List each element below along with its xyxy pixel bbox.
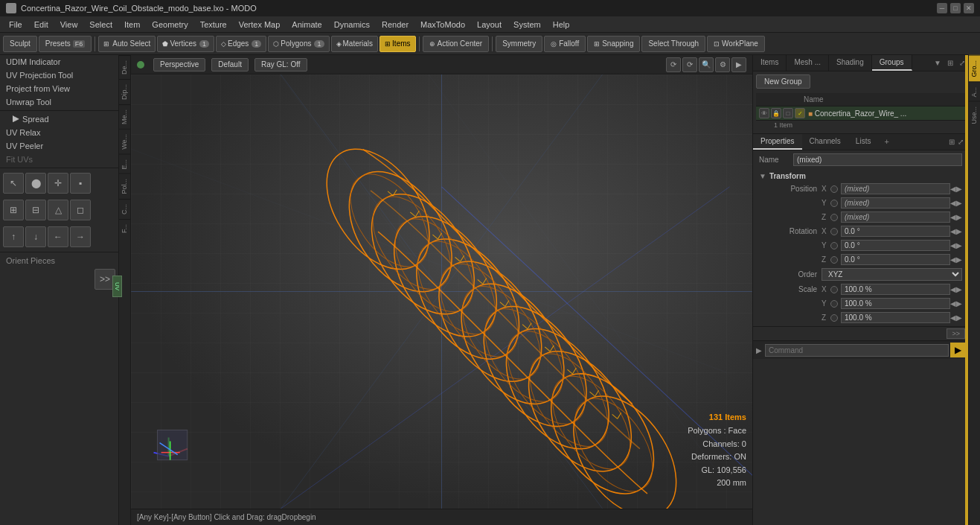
props-more-btn[interactable]: >> bbox=[947, 328, 965, 339]
icon-mountain[interactable]: △ bbox=[48, 200, 68, 220]
left-panel-item-uv-projection[interactable]: UV Projection Tool bbox=[0, 69, 118, 82]
icon-arrow-right[interactable]: → bbox=[70, 226, 91, 247]
side-tab-e[interactable]: E... bbox=[119, 154, 130, 174]
rot-y-arrow[interactable]: ◀▶ bbox=[950, 241, 962, 249]
props-position-y-input[interactable] bbox=[841, 197, 950, 209]
rside-tab-groups[interactable]: Gro... bbox=[969, 55, 980, 82]
rside-tab-a[interactable]: A... bbox=[969, 82, 980, 102]
props-position-z-input[interactable] bbox=[841, 211, 950, 223]
pos-x-arrow[interactable]: ◀▶ bbox=[950, 185, 962, 193]
groups-item-visible-icon[interactable]: ✓ bbox=[795, 108, 805, 118]
icon-cube-small[interactable]: ◻ bbox=[70, 200, 91, 220]
rp-tab-mesh[interactable]: Mesh ... bbox=[787, 55, 829, 71]
menu-geometry[interactable]: Geometry bbox=[146, 19, 193, 31]
scale-x-arrow[interactable]: ◀▶ bbox=[950, 285, 962, 293]
props-name-input[interactable] bbox=[793, 153, 962, 166]
icon-grid[interactable]: ⊞ bbox=[3, 200, 24, 220]
groups-item-box-icon[interactable]: □ bbox=[783, 108, 793, 118]
action-center-button[interactable]: ⊕ Action Center bbox=[423, 36, 490, 52]
menu-maxtomode[interactable]: MaxToModo bbox=[414, 19, 471, 31]
icon-uv-grid[interactable]: ⊟ bbox=[25, 200, 46, 220]
materials-button[interactable]: ◈ Materials bbox=[331, 36, 379, 52]
polygons-button[interactable]: ⬡ Polygons 1 bbox=[268, 36, 329, 52]
icon-cube[interactable]: ▪ bbox=[70, 173, 91, 194]
props-scale-z-input[interactable] bbox=[841, 312, 950, 323]
menu-system[interactable]: System bbox=[507, 19, 547, 31]
viewport-orbit-btn[interactable]: ⟳ bbox=[666, 57, 681, 72]
left-panel-item-uv-relax[interactable]: UV Relax bbox=[0, 126, 118, 139]
props-fullscreen-btn[interactable]: ⤢ bbox=[956, 138, 965, 146]
props-transform-header[interactable]: ▼ Transform bbox=[759, 171, 962, 182]
scale-z-circle[interactable] bbox=[830, 314, 838, 322]
props-position-x-input[interactable] bbox=[841, 183, 950, 194]
menu-view[interactable]: View bbox=[54, 19, 84, 31]
falloff-button[interactable]: ◎ Falloff bbox=[544, 36, 586, 52]
viewport-search-btn[interactable]: 🔍 bbox=[699, 57, 714, 72]
props-rotation-x-input[interactable] bbox=[841, 226, 950, 237]
maximize-button[interactable]: □ bbox=[950, 3, 961, 13]
sculpt-button[interactable]: Sculpt bbox=[3, 36, 37, 52]
side-tab-we[interactable]: We... bbox=[119, 129, 130, 154]
prop-tab-properties[interactable]: Properties bbox=[753, 134, 802, 150]
edges-button[interactable]: ◇ Edges 1 bbox=[216, 36, 266, 52]
groups-item-eye-icon[interactable]: 👁 bbox=[759, 108, 769, 118]
menu-vertex-map[interactable]: Vertex Map bbox=[233, 19, 286, 31]
icon-arrow-down[interactable]: ↓ bbox=[25, 226, 46, 247]
rp-tab-shading[interactable]: Shading bbox=[829, 55, 872, 71]
left-panel-item-udim[interactable]: UDIM Indicator bbox=[0, 55, 118, 69]
side-tab-dip[interactable]: Dip... bbox=[119, 79, 130, 104]
menu-item[interactable]: Item bbox=[118, 19, 146, 31]
prop-tab-add[interactable]: + bbox=[878, 134, 894, 150]
scale-y-arrow[interactable]: ◀▶ bbox=[950, 299, 962, 308]
scale-y-circle[interactable] bbox=[830, 300, 838, 308]
side-tab-c[interactable]: C... bbox=[119, 199, 130, 219]
props-scale-x-input[interactable] bbox=[841, 284, 950, 295]
items-button[interactable]: ⊞ Items bbox=[379, 36, 415, 52]
side-tab-de[interactable]: De... bbox=[119, 55, 130, 79]
viewport-zoom-btn[interactable]: ⟳ bbox=[682, 57, 697, 72]
groups-list-item[interactable]: 👁 🔒 □ ✓ ■ Concertina_Razor_Wire_ ... bbox=[756, 106, 965, 121]
command-input[interactable] bbox=[765, 344, 949, 357]
minimize-button[interactable]: ─ bbox=[937, 3, 947, 13]
rside-tab-use[interactable]: Use... bbox=[969, 101, 980, 129]
pos-z-arrow[interactable]: ◀▶ bbox=[950, 213, 962, 221]
pos-x-circle[interactable] bbox=[830, 185, 838, 193]
close-button[interactable]: ✕ bbox=[964, 3, 974, 13]
snapping-button[interactable]: ⊞ Snapping bbox=[587, 36, 640, 52]
menu-help[interactable]: Help bbox=[547, 19, 576, 31]
viewport-raygl-btn[interactable]: Ray GL: Off bbox=[254, 58, 307, 71]
order-dropdown[interactable]: XYZ XZY YXZ YZX ZXY ZYX bbox=[822, 268, 962, 281]
menu-dynamics[interactable]: Dynamics bbox=[328, 19, 376, 31]
left-panel-item-spread[interactable]: ⯈ Spread bbox=[0, 112, 118, 126]
menu-animate[interactable]: Animate bbox=[286, 19, 327, 31]
viewport-default-btn[interactable]: Default bbox=[211, 58, 249, 71]
props-rotation-y-input[interactable] bbox=[841, 240, 950, 251]
side-tab-f[interactable]: F... bbox=[119, 219, 130, 238]
groups-item-lock-icon[interactable]: 🔒 bbox=[771, 108, 781, 118]
icon-sphere[interactable]: ⬤ bbox=[25, 173, 46, 194]
uv-tab[interactable]: UV bbox=[112, 276, 122, 297]
left-panel-item-project-view[interactable]: Project from View bbox=[0, 82, 118, 95]
scale-x-circle[interactable] bbox=[830, 286, 838, 293]
menu-select[interactable]: Select bbox=[83, 19, 118, 31]
scale-z-arrow[interactable]: ◀▶ bbox=[950, 314, 962, 322]
viewport-perspective-btn[interactable]: Perspective bbox=[153, 58, 205, 71]
rp-tab-items[interactable]: Items bbox=[753, 55, 787, 71]
pos-y-circle[interactable] bbox=[830, 200, 838, 207]
rot-z-arrow[interactable]: ◀▶ bbox=[950, 255, 962, 264]
symmetry-button[interactable]: Symmetry bbox=[496, 36, 542, 52]
menu-layout[interactable]: Layout bbox=[471, 19, 507, 31]
new-group-button[interactable]: New Group bbox=[756, 74, 810, 89]
side-tab-me[interactable]: Me... bbox=[119, 104, 130, 129]
command-exec-button[interactable]: ▶ bbox=[950, 343, 965, 357]
left-panel-item-unwrap[interactable]: Unwrap Tool bbox=[0, 95, 118, 109]
viewport-settings-btn[interactable]: ⚙ bbox=[715, 57, 730, 72]
auto-select-button[interactable]: ⊞ Auto Select bbox=[98, 36, 156, 52]
icon-move[interactable]: ✛ bbox=[48, 173, 68, 194]
viewport-canvas[interactable]: 131 Items Polygons : Face Channels: 0 De… bbox=[131, 74, 752, 509]
left-panel-item-fit-uvs[interactable]: Fit UVs bbox=[0, 153, 118, 166]
left-panel-item-uv-peeler[interactable]: UV Peeler bbox=[0, 139, 118, 153]
side-tab-pol[interactable]: Pol... bbox=[119, 174, 130, 199]
rp-tab-groups[interactable]: Groups bbox=[872, 55, 912, 71]
pos-z-circle[interactable] bbox=[830, 214, 838, 221]
